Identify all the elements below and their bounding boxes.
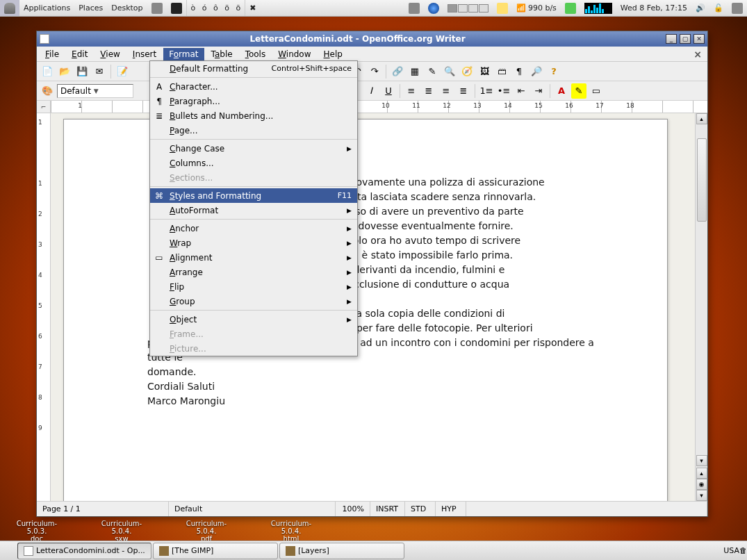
align-right-button[interactable]: ≡ [438,83,454,99]
highlight-button[interactable]: ✎ [571,83,586,99]
taskbar-button[interactable]: LetteraCondomini.odt - Op... [17,543,151,559]
styles-button[interactable]: 🎨 [40,83,55,99]
zoom-button[interactable]: 🔎 [529,64,544,79]
menu-item-anchor[interactable]: Anchor▶ [150,221,357,236]
panel-sticky[interactable] [493,0,512,16]
menu-item-columns[interactable]: Columns... [150,156,357,170]
redo-button[interactable]: ↷ [367,64,382,79]
panel-foot-menu[interactable] [0,0,19,16]
panel-places[interactable]: Places [74,0,107,16]
panel-monitor[interactable] [580,0,616,16]
edit-file-button[interactable]: 📝 [115,64,130,79]
menu-help[interactable]: Help [318,48,348,60]
menu-item-alignment[interactable]: ▭Alignment▶ [150,250,357,265]
menu-format[interactable]: Format [163,48,204,60]
save-button[interactable]: 💾 [74,64,90,79]
vertical-ruler[interactable]: 1 12 34 56 78 9 [37,113,51,501]
paragraph-style-combo[interactable]: Default ▼ [57,84,133,98]
panel-logout[interactable] [728,0,747,16]
scroll-down-button[interactable]: ▾ [696,455,707,466]
menu-item-object[interactable]: Object▶ [150,312,357,327]
menu-view[interactable]: View [95,48,125,60]
panel-workspaces[interactable] [443,0,493,16]
menu-window[interactable]: Window [272,48,316,60]
align-left-button[interactable]: ≡ [404,83,419,99]
panel-launcher1[interactable] [147,0,167,16]
decrease-indent-button[interactable]: ⇤ [514,83,529,99]
status-std[interactable]: STD [405,502,436,516]
titlebar[interactable]: LetteraCondomini.odt - OpenOffice.org Wr… [37,31,707,47]
nav-button[interactable]: ◉ [696,479,707,490]
email-button[interactable]: ✉ [92,64,107,79]
menu-item-default-formatting[interactable]: Default FormattingControl+Shift+space [150,61,357,76]
align-center-button[interactable]: ≣ [421,83,436,99]
menu-edit[interactable]: Edit [66,48,93,60]
maximize-button[interactable]: ▢ [680,34,691,44]
document-line[interactable]: domande. [147,365,611,379]
menu-item-wrap[interactable]: Wrap▶ [150,236,357,250]
italic-button[interactable]: I [363,83,379,99]
panel-volume[interactable]: 🔊 [691,0,709,16]
menu-item-bullets-and-numbering[interactable]: ≣Bullets and Numbering... [150,108,357,123]
status-page[interactable]: Page 1 / 1 [37,502,169,516]
panel-applications[interactable]: Applications [19,0,74,16]
menu-item-styles-and-formatting[interactable]: ⌘Styles and FormattingF11 [150,188,357,203]
close-button[interactable]: ✕ [693,34,705,44]
menu-item-page[interactable]: Page... [150,123,357,138]
new-button[interactable]: 📄 [40,64,55,79]
show-draw-button[interactable]: ✎ [425,64,440,79]
nonprinting-button[interactable]: ¶ [511,64,527,79]
navigator-button[interactable]: 🧭 [459,64,475,79]
status-insert[interactable]: INSRT [370,502,405,516]
datasources-button[interactable]: 🗃 [494,64,509,79]
document-close-button[interactable]: × [691,49,705,60]
taskbar-button[interactable]: [The GIMP] [153,543,278,559]
menu-item-change-case[interactable]: Change Case▶ [150,141,357,156]
align-justify-button[interactable]: ≣ [456,83,471,99]
prev-page-button[interactable]: ▴ [696,468,707,479]
keyboard-indicator[interactable]: USA [723,546,739,555]
desktop-icon[interactable]: Curriculum-5.0.3. doc [13,520,61,543]
page-canvas[interactable]: di stipulare nuovamente una polizza di a… [51,113,695,501]
minimize-button[interactable]: _ [666,34,677,44]
vertical-scrollbar[interactable]: ▴ ▾ ▴ ◉ ▾ [695,113,707,501]
next-page-button[interactable]: ▾ [696,490,707,501]
gallery-button[interactable]: 🖼 [477,64,492,79]
hyperlink-button[interactable]: 🔗 [390,64,405,79]
scroll-up-button[interactable]: ▴ [696,113,707,124]
font-color-button[interactable]: A [554,83,569,99]
help-button[interactable]: ? [546,64,561,79]
panel-tray-globe[interactable] [424,0,443,16]
trash-button[interactable]: 🗑 [739,546,747,555]
document-line[interactable]: Cordiali Saluti [147,379,611,394]
menu-item-group[interactable]: Group▶ [150,294,357,308]
menu-item-arrange[interactable]: Arrange▶ [150,265,357,279]
panel-battery[interactable] [561,0,580,16]
numbering-button[interactable]: 1≡ [479,83,494,99]
bullets-button[interactable]: •≡ [496,83,511,99]
status-style[interactable]: Default [169,502,336,516]
scroll-thumb[interactable] [697,138,707,222]
document-line[interactable]: Marco Marongiu [147,394,611,409]
panel-desktop[interactable]: Desktop [107,0,147,16]
open-button[interactable]: 📂 [57,64,72,79]
panel-lock[interactable]: 🔓 [709,0,728,16]
status-hyp[interactable]: HYP [436,502,466,516]
underline-button[interactable]: U [381,83,396,99]
increase-indent-button[interactable]: ⇥ [531,83,546,99]
menu-insert[interactable]: Insert [127,48,162,60]
menu-item-character[interactable]: ACharacter... [150,79,357,94]
menu-table[interactable]: Table [206,48,238,60]
menu-file[interactable]: File [40,48,65,60]
find-button[interactable]: 🔍 [442,64,457,79]
table-button[interactable]: ▦ [407,64,422,79]
menu-tools[interactable]: Tools [240,48,272,60]
panel-launcher-terminal[interactable] [167,0,186,16]
panel-cancel-icon[interactable]: ✖ [245,0,260,16]
desktop-icon[interactable]: Curriculum-5.0.4. pdf [182,520,231,543]
menu-item-flip[interactable]: Flip▶ [150,279,357,294]
panel-clock[interactable]: Wed 8 Feb, 17:15 [616,0,691,16]
bgcolor-button[interactable]: ▭ [589,83,604,99]
horizontal-ruler[interactable]: ⌐ 1 8910 111213 141516 1718 [37,101,707,113]
menu-item-paragraph[interactable]: ¶Paragraph... [150,94,357,108]
